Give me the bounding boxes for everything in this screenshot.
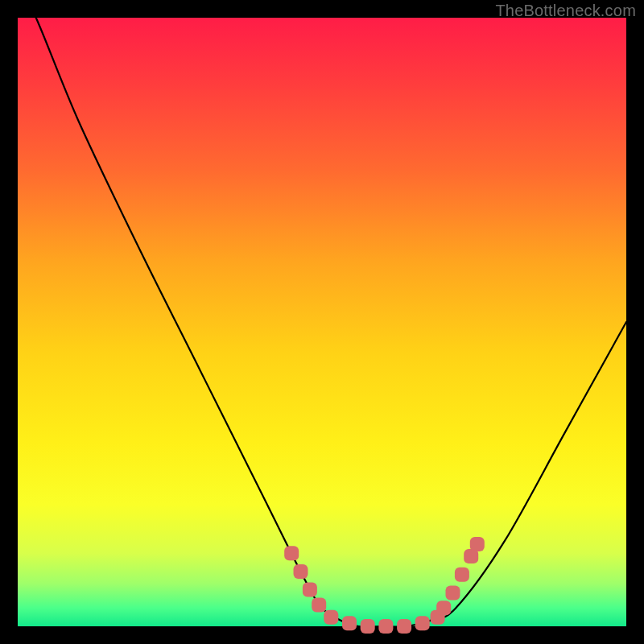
highlight-dot	[284, 546, 299, 560]
highlight-dot	[455, 568, 469, 582]
highlight-dot	[303, 583, 317, 597]
highlight-dot	[397, 619, 411, 634]
highlight-dot	[361, 619, 375, 634]
chart-frame: TheBottleneck.com	[0, 0, 644, 644]
highlight-dot	[342, 616, 357, 630]
bottleneck-curve-path	[18, 0, 626, 627]
highlight-dot	[446, 585, 460, 600]
highlight-dot	[312, 598, 326, 613]
chart-svg	[18, 18, 626, 626]
highlight-dot	[378, 619, 393, 634]
highlight-dot	[324, 610, 338, 625]
marker-layer	[284, 537, 485, 634]
highlight-dot	[294, 564, 308, 579]
highlight-dot	[470, 537, 485, 551]
highlight-dot	[415, 616, 430, 630]
highlight-dot	[436, 601, 451, 615]
plot-area	[18, 18, 626, 626]
